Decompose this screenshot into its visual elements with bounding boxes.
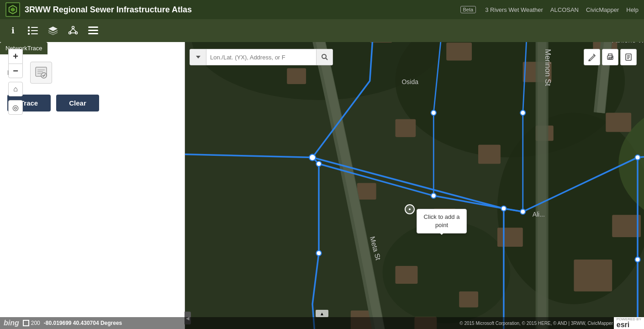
svg-point-78 [322,54,326,58]
zoom-out-button[interactable]: − [8,64,23,78]
copyright-text: © 2015 Microsoft Corporation, © 2015 HER… [126,321,613,326]
action-buttons: Trace Clear [7,95,177,111]
clear-button[interactable]: Clear [56,95,99,111]
svg-rect-24 [287,68,306,84]
list-button[interactable] [24,21,42,40]
search-button[interactable] [316,49,333,65]
svg-point-75 [520,110,525,115]
zoom-controls: + − [8,49,23,78]
link-civicmapper[interactable]: CivicMapper [586,6,619,13]
svg-point-60 [501,206,506,211]
flags-row: Flags [7,62,177,84]
report-tool-button[interactable] [620,49,637,65]
svg-rect-5 [31,33,38,34]
svg-rect-39 [459,292,478,308]
link-3rww[interactable]: 3 Rivers Wet Weather [485,6,543,13]
svg-rect-27 [396,119,416,137]
main-toolbar: ℹ [0,19,644,42]
svg-point-61 [520,209,525,214]
map-container[interactable]: Merinon St Hallock St Olympia Rd Athlone… [0,42,644,329]
print-tool-button[interactable] [602,49,618,65]
svg-rect-33 [497,228,523,247]
svg-line-10 [73,29,76,32]
svg-rect-30 [606,113,631,132]
flags-icon-button[interactable] [30,62,52,84]
svg-point-58 [316,161,321,166]
svg-point-83 [612,57,612,58]
svg-rect-82 [609,58,612,59]
info-button[interactable]: ℹ [4,21,22,40]
svg-rect-28 [478,145,501,164]
scale-box [23,320,29,326]
svg-rect-32 [433,208,456,226]
esri-logo: POWERED BY esri [614,317,644,329]
map-cursor [405,204,415,214]
draw-tool-button[interactable] [584,49,600,65]
svg-rect-23 [446,42,472,60]
svg-rect-31 [357,183,376,199]
svg-rect-4 [31,30,38,31]
search-bar [190,49,333,65]
svg-text:Athlone Way: Athlone Way [612,42,644,44]
link-alcosan[interactable]: ALCOSAN [550,6,579,13]
svg-point-57 [309,154,316,161]
link-help[interactable]: Help [626,6,639,13]
svg-rect-13 [88,30,98,31]
svg-line-9 [70,29,73,32]
app-logo [5,2,20,17]
svg-point-66 [635,257,640,262]
scale-bar: 200 [23,320,40,326]
search-dropdown-button[interactable] [190,49,206,65]
svg-rect-35 [612,215,641,237]
panel-content: Flags Trace Clear [0,54,185,119]
scroll-up-button[interactable]: ▲ [316,310,328,317]
svg-point-74 [431,110,436,115]
app-header: 3RWW Regional Sewer Infrastructure Atlas… [0,0,644,19]
svg-rect-34 [574,260,612,292]
left-panel: NetworkTrace Flags Trace Clear [0,42,185,329]
esri-text: esri [617,321,641,329]
bottom-bar: bing 200 -80.019699 40.430704 Degrees © … [0,317,644,329]
svg-rect-14 [88,33,98,34]
svg-text:Ali...: Ali... [533,211,545,218]
svg-rect-3 [31,27,38,28]
svg-point-59 [431,193,436,198]
svg-point-73 [316,250,321,255]
svg-rect-1 [28,30,30,32]
search-input[interactable] [206,54,316,61]
beta-badge: Beta [460,6,476,13]
svg-rect-12 [88,27,98,28]
layers-button[interactable] [44,21,62,40]
svg-point-6 [72,27,74,29]
svg-rect-0 [28,27,30,28]
network-button[interactable] [64,21,82,40]
svg-marker-77 [196,56,201,58]
svg-line-79 [326,58,327,60]
scale-value: 200 [31,320,40,326]
zoom-in-button[interactable]: + [8,49,23,64]
svg-text:Merinon St: Merinon St [544,49,552,86]
app-title: 3RWW Regional Sewer Infrastructure Atlas [25,5,457,15]
header-links: 3 Rivers Wet Weather ALCOSAN CivicMapper… [485,6,639,13]
panel-tab[interactable]: NetworkTrace [0,42,48,54]
svg-point-62 [635,155,640,160]
bing-logo: bing [4,319,19,327]
map-tools-right [584,49,637,65]
coordinates-display: -80.019699 40.430704 Degrees [44,320,122,326]
svg-point-21 [497,113,644,304]
locate-button[interactable]: ◎ [8,100,23,115]
menu-button[interactable] [84,21,102,40]
svg-text:Osida: Osida [402,78,419,85]
home-button[interactable]: ⌂ [8,82,23,96]
svg-rect-2 [28,33,30,35]
svg-rect-36 [396,266,418,284]
